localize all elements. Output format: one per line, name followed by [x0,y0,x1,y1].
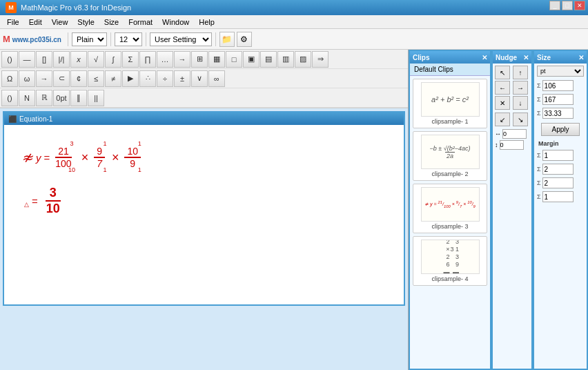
sym-omega-cap[interactable]: Ω [1,70,18,87]
nudge-down-btn[interactable]: ↓ [513,96,528,110]
nudge-right-btn[interactable]: → [513,81,528,95]
sym-paren[interactable]: () [1,51,18,68]
sym-sqrt[interactable]: √ [88,51,104,68]
clips-close-btn[interactable]: ✕ [482,54,487,61]
sym-norm2[interactable]: || [88,90,104,106]
clip-label-2: clipsample- 2 [431,171,468,177]
editor-icon: ⬛ [8,115,17,123]
den-10: 10 [42,202,64,216]
y-var: y [36,152,41,164]
sym-tri[interactable]: ▶ [122,70,139,87]
sym-leq[interactable]: ≤ [88,70,104,87]
sym-infty[interactable]: ∞ [208,70,225,87]
sym-nat[interactable]: N [19,90,35,106]
sym-rarrow[interactable]: → [36,70,52,87]
nudge-panel-header: Nudge ✕ [493,51,531,64]
sym-arrow[interactable]: → [174,51,190,68]
sym-norm1[interactable]: ‖ [70,90,87,106]
app-title: MathMagic Pro v8.3 for InDesign [21,3,131,12]
sym-bracket[interactable]: [] [36,51,52,68]
margin-right-field: Σ [534,162,587,176]
sym-subset[interactable]: ⊂ [53,70,70,87]
sym-box1[interactable]: □ [226,51,242,68]
sym-cent[interactable]: ¢ [70,70,87,87]
sym-omega[interactable]: ω [19,70,35,87]
sym-slash[interactable]: |/| [53,51,70,68]
nudge-h-label: ↔ [495,130,501,137]
nudge-up-btn[interactable]: ↑ [513,66,528,79]
margin-bottom-input[interactable] [542,177,574,188]
size-panel-header: Size ✕ [534,51,587,64]
sym-integral[interactable]: ∫ [105,51,121,68]
nudge-dr-btn[interactable]: ↘ [513,113,528,126]
margin-right-input[interactable] [542,164,574,175]
nudge-close-btn[interactable]: ✕ [523,54,529,61]
sym-pm[interactable]: ± [174,70,190,87]
clip-item-2[interactable]: −b ± √(b²−4ac)2a clipsample- 2 [413,131,487,181]
menu-edit[interactable]: Edit [25,17,46,28]
sub-1a: 1 [104,166,107,173]
size-unit-selector[interactable]: pt [537,66,584,77]
content-area: () — [] |/| x √ ∫ Σ ∏ … → ⊞ ▦ □ ▣ ▤ ▥ [0,50,588,370]
sym-div[interactable]: ÷ [157,70,173,87]
sym-box2[interactable]: ▣ [243,51,259,68]
depth-icon: Σ [537,110,541,117]
right-section: Clips ✕ Default Clips a² + b² = c² clips… [409,50,588,370]
nudge-dl-btn[interactable]: ↙ [495,113,510,126]
margin-left-field: Σ [534,190,587,204]
sym-box5[interactable]: ▨ [295,51,311,68]
toolbar-separator-3 [146,32,146,46]
sym-dots[interactable]: … [157,51,173,68]
sym-paren2[interactable]: () [1,90,18,106]
symbol-area: () — [] |/| x √ ∫ Σ ∏ … → ⊞ ▦ □ ▣ ▤ ▥ [0,50,408,108]
nudge-upleft-btn[interactable]: ↖ [495,66,510,79]
nudge-v-input[interactable] [500,140,524,150]
sym-vee[interactable]: ∨ [191,70,208,87]
sym-grid[interactable]: ⊞ [191,51,208,68]
menu-size[interactable]: Size [100,17,123,28]
toolbar-other-btn[interactable]: ⚙ [237,32,252,47]
nudge-h-input[interactable] [502,129,527,139]
sym-box4[interactable]: ▥ [277,51,294,68]
sym-matrix[interactable]: ▦ [208,51,225,68]
sym-sum[interactable]: Σ [122,51,139,68]
nudge-left-btn[interactable]: ← [495,81,510,95]
menu-window[interactable]: Window [158,17,193,28]
clip-item-3[interactable]: ≉ y = 21/100 × 9/7 × 10/9 clipsample- 3 [413,184,487,233]
margin-top-input[interactable] [542,150,574,161]
font-selector[interactable]: Plain [72,32,107,46]
menu-view[interactable]: View [48,17,72,28]
size-title: Size [537,54,551,61]
nudge-title: Nudge [496,54,517,61]
sym-neq[interactable]: ≠ [105,70,121,87]
equation-content[interactable]: ≉ y = 3 21 100 10 [4,125,404,304]
apply-button[interactable]: Apply [541,123,579,136]
sym-zero[interactable]: 0pt [53,90,70,106]
nudge-x-btn[interactable]: ✕ [495,96,510,110]
menu-file[interactable]: File [3,17,23,28]
size-depth-input[interactable] [542,108,574,119]
app-window: M MathMagic Pro v8.3 for InDesign File E… [0,0,588,370]
menu-style[interactable]: Style [73,17,98,28]
size-selector[interactable]: 12 pt [115,32,142,46]
sym-therefore[interactable]: ∴ [139,70,156,87]
sym-real[interactable]: ℝ [36,90,52,106]
sym-box3[interactable]: ▤ [260,51,277,68]
margin-left-input[interactable] [542,191,574,202]
setting-selector[interactable]: User Setting [150,32,212,46]
clip-item-4[interactable]: 23 ×3 1 23 69 ▬▬ clipsample- 4 [413,236,487,286]
size-close-btn[interactable]: ✕ [578,54,584,61]
clip-item-1[interactable]: a² + b² = c² clipsample- 1 [413,79,487,128]
size-height-input[interactable] [542,94,574,105]
editor-titlebar: ⬛ Equation-1 _ □ ✕ [4,113,404,125]
size-width-input[interactable] [542,80,574,91]
sym-italic[interactable]: x [70,51,87,68]
sym-dash[interactable]: — [19,51,35,68]
menu-help[interactable]: Help [195,17,219,28]
margin-top-field: Σ [534,148,587,162]
clips-list[interactable]: a² + b² = c² clipsample- 1 −b ± √(b²−4ac… [410,76,490,369]
sym-product[interactable]: ∏ [139,51,156,68]
menu-format[interactable]: Format [124,17,157,28]
toolbar-open-btn[interactable]: 📁 [219,32,235,47]
sym-arrow2[interactable]: ⇒ [312,51,329,68]
